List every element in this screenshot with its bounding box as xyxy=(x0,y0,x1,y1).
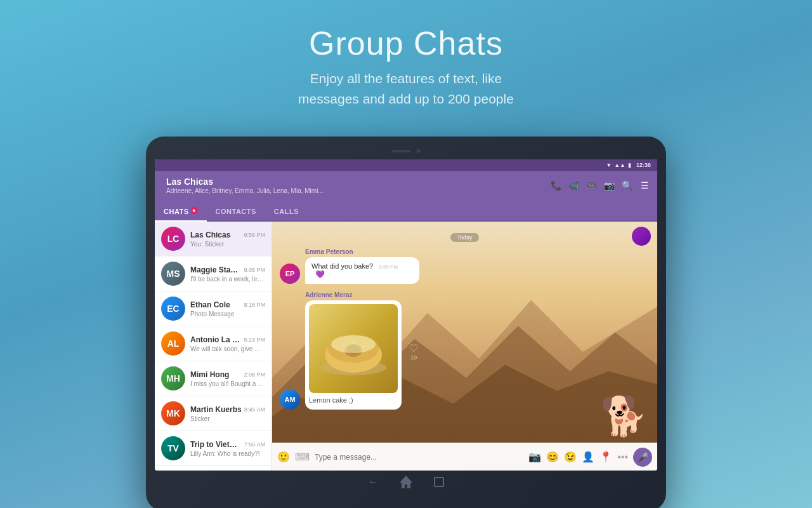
chat-preview: I miss you all! Bought a ticket for next… xyxy=(190,380,265,387)
chat-preview: Sticker xyxy=(190,415,265,422)
recents-icon xyxy=(434,477,444,487)
chat-name-label: Las Chicas xyxy=(190,231,230,239)
avatar: MS xyxy=(161,262,185,286)
page-header: Group Chats Enjoy all the features of te… xyxy=(0,0,812,109)
message-sender: Adrienne Meraz xyxy=(305,291,402,298)
camera-dot xyxy=(417,149,421,153)
list-item[interactable]: TV Trip to Vietnam 7:55 AM Lilly Ann: Wh… xyxy=(155,431,272,466)
chat-time: 9:05 PM xyxy=(244,267,265,273)
chat-members: Adrieene, Alice, Britney, Emma, Julia, L… xyxy=(166,187,544,194)
chat-info: Trip to Vietnam 7:55 AM Lilly Ann: Who i… xyxy=(190,440,265,457)
message-row: AM Adrienne Meraz xyxy=(280,291,650,410)
chat-info: Las Chicas 9:56 PM You: Sticker xyxy=(190,231,265,248)
chat-time: 8:45 AM xyxy=(244,406,265,413)
list-item[interactable]: WY Wit-Ye Yesterday When do you guys arr… xyxy=(155,466,272,471)
battery-icon: ▮ xyxy=(628,162,631,168)
page-title: Group Chats xyxy=(0,24,812,62)
image-caption: Lemon cake ;) xyxy=(309,393,398,406)
chat-info: Maggie Stanford 9:05 PM I'll be back in … xyxy=(190,265,265,283)
chat-list-sidebar: LC Las Chicas 9:56 PM You: Sticker MS xyxy=(155,222,272,471)
speaker-slot xyxy=(391,150,410,152)
chat-time: 9:56 PM xyxy=(244,232,265,238)
chat-time: 7:55 AM xyxy=(244,441,265,448)
keyboard-icon[interactable]: ⌨ xyxy=(295,451,310,463)
page-subtitle: Enjoy all the features of text, like mes… xyxy=(0,69,812,109)
chat-info: Martin Kuerbs 8:45 AM Sticker xyxy=(190,405,265,422)
chat-name-label: Mimi Hong xyxy=(190,370,229,379)
list-item[interactable]: MH Mimi Hong 2:08 PM I miss you all! Bou… xyxy=(155,361,272,396)
recents-button[interactable] xyxy=(432,475,446,489)
tablet-screen: ▼ ▲▲ ▮ 12:36 Las Chicas Adrieene, Alice,… xyxy=(155,159,657,471)
location-icon[interactable]: 📍 xyxy=(599,451,612,463)
like-counter: ♡ 10 xyxy=(409,342,418,410)
home-icon xyxy=(400,476,412,488)
mic-button[interactable]: 🎤 xyxy=(633,448,652,467)
game-icon[interactable]: 🎮 xyxy=(585,180,598,190)
message-sender: Emma Peterson xyxy=(305,248,419,255)
message-content: Emma Peterson What did you bake? 9:55 PM… xyxy=(305,248,419,284)
header-icons: 📞 📹 🎮 📷 🔍 ☰ xyxy=(549,180,651,190)
tablet-camera-area xyxy=(155,145,657,157)
list-item[interactable]: LC Las Chicas 9:56 PM You: Sticker xyxy=(155,222,272,257)
avatar: EC xyxy=(161,297,185,321)
today-badge: Today xyxy=(280,231,650,242)
chat-info: Antonio La Cava 5:23 PM We will talk soo… xyxy=(190,335,265,352)
more-icon[interactable]: ••• xyxy=(617,451,628,463)
video-icon[interactable]: 📹 xyxy=(567,180,580,190)
message-row: EP Emma Peterson What did you bake? 9:55… xyxy=(280,248,650,284)
chat-name-label: Trip to Vietnam xyxy=(190,440,242,449)
chat-preview: I'll be back in a week, let's meet up th… xyxy=(190,276,265,283)
tab-calls[interactable]: CALLS xyxy=(265,204,308,220)
chat-name-label: Martin Kuerbs xyxy=(190,405,242,414)
search-icon[interactable]: 🔍 xyxy=(620,180,633,190)
message-image-bubble: Lemon cake ;) xyxy=(305,300,402,410)
app-tabs: CHATS6 CONTACTS CALLS xyxy=(155,200,657,222)
list-item[interactable]: MS Maggie Stanford 9:05 PM I'll be back … xyxy=(155,257,272,291)
app-header: Las Chicas Adrieene, Alice, Britney, Emm… xyxy=(155,171,657,200)
avatar: MK xyxy=(161,401,185,425)
reaction-avatar xyxy=(632,227,651,246)
list-item[interactable]: EC Ethan Cole 8:15 PM Photo Message xyxy=(155,291,272,326)
message-avatar: AM xyxy=(280,389,300,410)
sticker-icon[interactable]: 😊 xyxy=(546,451,559,463)
phone-icon[interactable]: 📞 xyxy=(549,180,562,190)
photo-icon[interactable]: 📷 xyxy=(528,451,541,463)
svg-point-10 xyxy=(362,345,365,349)
signal-icon: ▲▲ xyxy=(614,162,625,168)
chat-time: 2:08 PM xyxy=(244,371,265,378)
back-button[interactable]: ← xyxy=(366,475,380,489)
heart-icon: 💜 xyxy=(315,270,325,279)
chat-preview: Lilly Ann: Who is ready?! xyxy=(190,450,265,457)
message-avatar: EP xyxy=(280,264,300,284)
list-item[interactable]: MK Martin Kuerbs 8:45 AM Sticker xyxy=(155,396,272,431)
tab-contacts[interactable]: CONTACTS xyxy=(207,204,265,220)
message-bubble: What did you bake? 9:55 PM 💜 xyxy=(305,257,419,284)
avatar: AL xyxy=(161,331,185,356)
message-time: 9:55 PM xyxy=(379,264,398,270)
input-bar: 🙂 ⌨ 📷 😊 😉 👤 📍 ••• 🎤 xyxy=(272,443,657,471)
avatar: MH xyxy=(161,366,185,391)
home-button[interactable] xyxy=(399,475,413,489)
wifi-icon: ▼ xyxy=(606,162,612,168)
add-contact-icon[interactable]: 👤 xyxy=(582,451,594,463)
wink-icon[interactable]: 😉 xyxy=(564,451,577,463)
chat-preview: You: Sticker xyxy=(190,241,265,248)
menu-icon[interactable]: ☰ xyxy=(638,180,651,190)
svg-point-9 xyxy=(342,344,346,347)
chat-preview: Photo Message xyxy=(190,311,265,318)
tablet-device: ▼ ▲▲ ▮ 12:36 Las Chicas Adrieene, Alice,… xyxy=(146,137,666,508)
tablet-outer: ▼ ▲▲ ▮ 12:36 Las Chicas Adrieene, Alice,… xyxy=(146,137,666,508)
message-input[interactable] xyxy=(315,453,523,462)
svg-point-11 xyxy=(351,339,356,344)
chat-header-info: Las Chicas Adrieene, Alice, Britney, Emm… xyxy=(161,177,549,194)
tab-chats[interactable]: CHATS6 xyxy=(155,204,207,220)
emoji-icon[interactable]: 🙂 xyxy=(277,451,290,463)
chat-messages: Today EP Emma Peterson What did you bake… xyxy=(272,222,657,443)
chat-info: Ethan Cole 8:15 PM Photo Message xyxy=(190,300,265,318)
camera-icon[interactable]: 📷 xyxy=(603,180,615,190)
sticker-dog: 🐕 xyxy=(600,398,648,436)
status-bar: ▼ ▲▲ ▮ 12:36 xyxy=(155,159,657,171)
list-item[interactable]: AL Antonio La Cava 5:23 PM We will talk … xyxy=(155,326,272,361)
chat-time: 8:15 PM xyxy=(244,302,265,308)
chat-name: Las Chicas xyxy=(166,177,544,187)
